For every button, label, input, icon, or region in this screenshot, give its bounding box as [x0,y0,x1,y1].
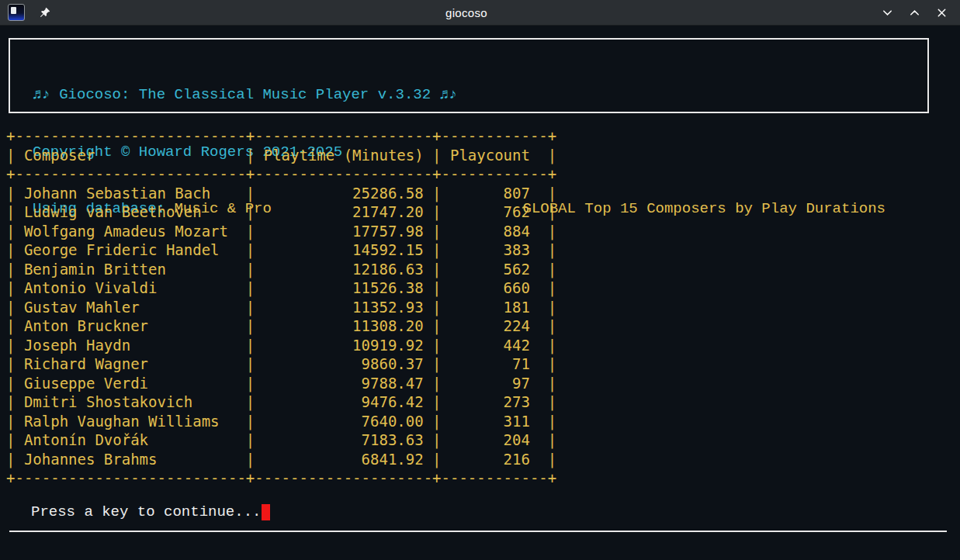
chevron-down-icon [882,7,893,19]
terminal-cursor [262,504,270,520]
app-header-box: ♬♪ Giocoso: The Classical Music Player v… [9,38,929,113]
footer-divider [9,531,947,532]
close-icon [936,7,948,19]
maximize-button[interactable] [909,7,920,19]
titlebar: giocoso [0,0,960,26]
report-title: GLOBAL Top 15 Composers by Play Duration… [523,199,927,219]
terminal-content: ♬♪ Giocoso: The Classical Music Player v… [0,26,960,560]
chevron-up-icon [909,7,920,19]
minimize-button[interactable] [882,7,893,19]
app-title: ♬♪ Giocoso: The Classical Music Player v… [33,85,927,105]
app-icon[interactable] [8,4,25,21]
close-button[interactable] [936,7,948,19]
window-title: giocoso [51,6,882,19]
pin-icon[interactable] [38,6,51,19]
window-controls [882,7,952,19]
terminal-window: giocoso ♬♪ Giocoso: The Classical Music … [0,0,960,560]
prompt-text: Press a key to continue... [31,503,261,520]
composer-table: +--------------------------+------------… [6,126,960,488]
prompt-line: Press a key to continue... [6,503,960,522]
